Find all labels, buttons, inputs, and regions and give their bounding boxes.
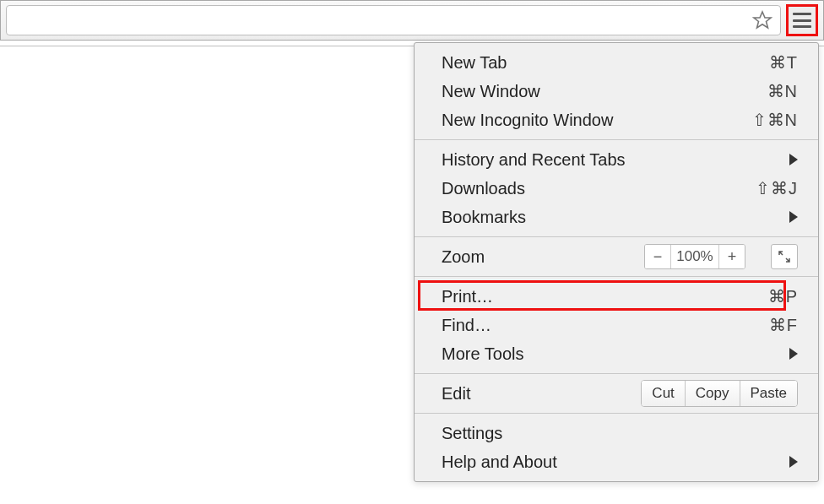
zoom-level: 100% (670, 245, 719, 268)
menu-item-shortcut: ⌘N (767, 81, 798, 101)
menu-item-find[interactable]: Find… ⌘F (415, 311, 818, 339)
cut-button[interactable]: Cut (642, 381, 684, 406)
submenu-arrow-icon (789, 154, 798, 165)
menu-item-label: Edit (442, 384, 641, 404)
zoom-controls: − 100% + (644, 244, 798, 269)
submenu-arrow-icon (789, 456, 798, 468)
main-menu-button[interactable] (786, 4, 818, 36)
zoom-in-button[interactable]: + (719, 245, 745, 268)
menu-item-shortcut: ⌘P (768, 286, 798, 306)
menu-section: Settings Help and About (415, 413, 818, 481)
menu-item-label: Settings (442, 424, 798, 443)
paste-button[interactable]: Paste (740, 381, 797, 406)
menu-item-more-tools[interactable]: More Tools (415, 339, 818, 368)
menu-item-label: New Window (442, 82, 767, 101)
menu-item-print[interactable]: Print… ⌘P (415, 282, 818, 311)
submenu-arrow-icon (789, 211, 798, 223)
menu-item-downloads[interactable]: Downloads ⇧⌘J (415, 174, 818, 203)
menu-item-shortcut: ⌘F (769, 315, 798, 335)
menu-item-label: New Tab (442, 53, 769, 73)
edit-button-group: Cut Copy Paste (641, 380, 798, 407)
hamburger-icon (793, 13, 811, 28)
menu-item-label: Downloads (442, 179, 756, 198)
menu-item-label: Zoom (442, 247, 644, 267)
zoom-group: − 100% + (644, 244, 745, 269)
menu-section: Zoom − 100% + (415, 236, 818, 276)
menu-item-label: History and Recent Tabs (442, 150, 784, 170)
menu-item-new-tab[interactable]: New Tab ⌘T (415, 48, 818, 77)
menu-item-bookmarks[interactable]: Bookmarks (415, 203, 818, 231)
menu-item-history[interactable]: History and Recent Tabs (415, 145, 818, 174)
menu-item-shortcut: ⇧⌘J (756, 178, 798, 198)
menu-section: Edit Cut Copy Paste (415, 373, 818, 413)
browser-toolbar (0, 0, 824, 41)
submenu-arrow-icon (789, 348, 798, 360)
menu-item-shortcut: ⌘T (769, 52, 798, 73)
bookmark-star-icon[interactable] (751, 9, 773, 31)
menu-item-label: Print… (442, 287, 768, 306)
menu-item-settings[interactable]: Settings (415, 419, 818, 447)
menu-section: New Tab ⌘T New Window ⌘N New Incognito W… (415, 43, 818, 139)
menu-item-label: Bookmarks (442, 208, 784, 227)
menu-item-new-window[interactable]: New Window ⌘N (415, 77, 818, 106)
menu-item-label: More Tools (442, 344, 784, 364)
main-menu-popup: New Tab ⌘T New Window ⌘N New Incognito W… (414, 42, 819, 482)
menu-item-zoom: Zoom − 100% + (415, 242, 818, 271)
menu-item-shortcut: ⇧⌘N (752, 110, 798, 130)
edit-controls: Cut Copy Paste (641, 380, 798, 407)
address-bar[interactable] (6, 5, 781, 35)
svg-marker-0 (754, 12, 771, 28)
fullscreen-button[interactable] (771, 244, 798, 269)
menu-item-edit: Edit Cut Copy Paste (415, 379, 818, 408)
zoom-out-button[interactable]: − (645, 245, 670, 268)
menu-section: Print… ⌘P Find… ⌘F More Tools (415, 276, 818, 373)
menu-section: History and Recent Tabs Downloads ⇧⌘J Bo… (415, 139, 818, 236)
menu-item-label: Find… (442, 316, 769, 335)
copy-button[interactable]: Copy (685, 381, 740, 406)
menu-item-help[interactable]: Help and About (415, 447, 818, 476)
menu-item-new-incognito[interactable]: New Incognito Window ⇧⌘N (415, 106, 818, 134)
menu-item-label: Help and About (442, 453, 784, 472)
menu-item-label: New Incognito Window (442, 111, 752, 130)
